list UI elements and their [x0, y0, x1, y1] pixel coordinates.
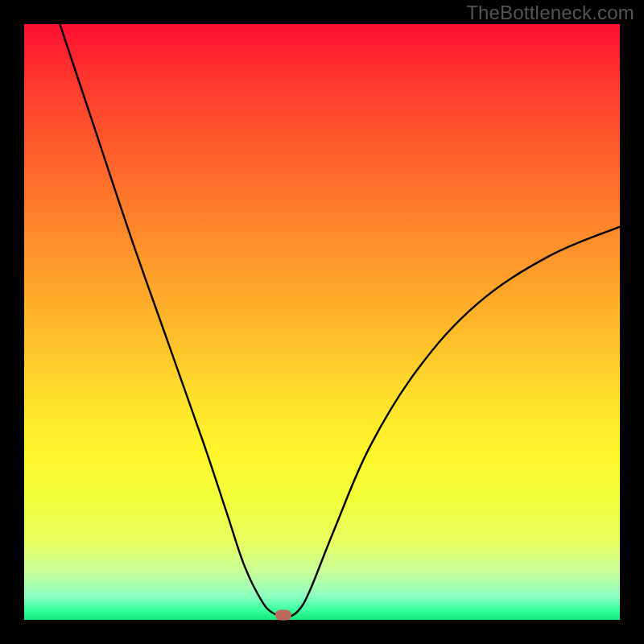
bottleneck-curve	[60, 24, 620, 617]
curve-svg	[24, 24, 620, 620]
chart-plot-area	[24, 24, 620, 620]
min-marker	[275, 610, 291, 621]
watermark-text: TheBottleneck.com	[466, 2, 634, 24]
